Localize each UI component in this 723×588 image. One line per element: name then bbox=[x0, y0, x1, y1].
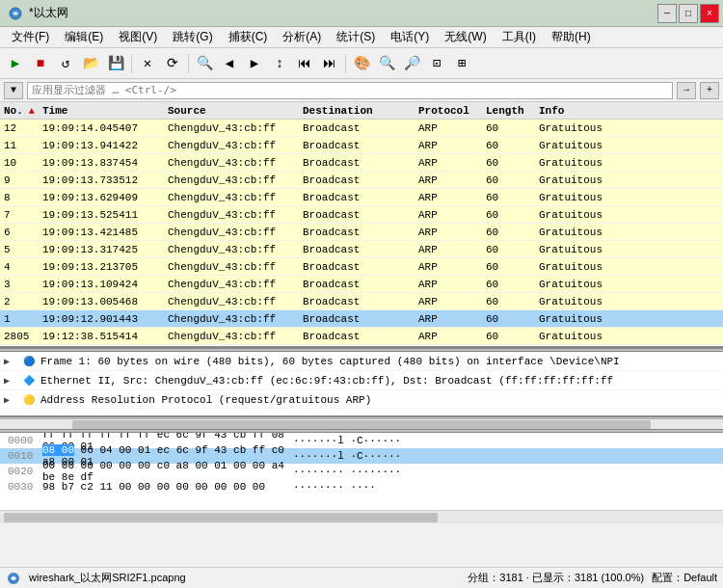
zoom-in-button[interactable]: 🔍 bbox=[375, 52, 398, 75]
menu-item[interactable]: 电话(Y) bbox=[383, 28, 437, 47]
cell-dest: Broadcast bbox=[299, 227, 415, 238]
cell-time: 19:09:13.421485 bbox=[39, 227, 164, 238]
cell-length: 60 bbox=[482, 140, 535, 151]
detail-row[interactable]: ▶🔷Ethernet II, Src: ChengduV_43:cb:ff (e… bbox=[0, 371, 723, 390]
cell-dest: Broadcast bbox=[299, 244, 415, 255]
packet-list[interactable]: No.▲ Time Source Destination Protocol Le… bbox=[0, 102, 723, 348]
cell-source: ChengduV_43:cb:ff bbox=[164, 331, 299, 342]
menu-item[interactable]: 帮助(H) bbox=[544, 28, 599, 47]
col-no: No.▲ bbox=[0, 105, 39, 117]
minimize-button[interactable]: ─ bbox=[657, 4, 677, 23]
table-row[interactable]: 119:09:12.901443ChengduV_43:cb:ffBroadca… bbox=[0, 310, 723, 328]
go-last-button[interactable]: ⏭ bbox=[318, 52, 341, 75]
cell-no: 2 bbox=[0, 296, 39, 307]
table-row[interactable]: 819:09:13.629409ChengduV_43:cb:ffBroadca… bbox=[0, 189, 723, 206]
table-row[interactable]: 1019:09:13.837454ChengduV_43:cb:ffBroadc… bbox=[0, 154, 723, 172]
menu-item[interactable]: 文件(F) bbox=[4, 28, 57, 47]
table-row[interactable]: 319:09:13.109424ChengduV_43:cb:ffBroadca… bbox=[0, 276, 723, 293]
detail-protocol-icon: 🔵 bbox=[21, 354, 37, 369]
cell-source: ChengduV_43:cb:ff bbox=[164, 140, 299, 151]
cell-protocol: ARP bbox=[415, 227, 482, 238]
start-capture-button[interactable]: ▶ bbox=[4, 52, 27, 75]
detail-row[interactable]: ▶🔵Frame 1: 60 bytes on wire (480 bits), … bbox=[0, 352, 723, 371]
cell-no: 11 bbox=[0, 140, 39, 151]
cell-length: 60 bbox=[482, 279, 535, 290]
cell-no: 10 bbox=[0, 157, 39, 169]
cell-no: 8 bbox=[0, 192, 39, 203]
find-button[interactable]: 🔍 bbox=[193, 52, 216, 75]
restart-button[interactable]: ↺ bbox=[54, 52, 77, 75]
maximize-button[interactable]: □ bbox=[679, 4, 698, 23]
menu-item[interactable]: 工具(I) bbox=[495, 28, 544, 47]
col-info: Info bbox=[535, 105, 723, 117]
cell-time: 19:09:13.629409 bbox=[39, 192, 164, 203]
table-row[interactable]: 219:09:13.005468ChengduV_43:cb:ffBroadca… bbox=[0, 293, 723, 310]
reload-button[interactable]: ⟳ bbox=[161, 52, 184, 75]
cell-info: Gratuitous bbox=[535, 261, 723, 273]
resize-columns-button[interactable]: ⊞ bbox=[450, 52, 473, 75]
go-to-button[interactable]: ↕ bbox=[268, 52, 291, 75]
cell-time: 19:09:13.109424 bbox=[39, 279, 164, 290]
table-row[interactable]: 419:09:13.213705ChengduV_43:cb:ffBroadca… bbox=[0, 258, 723, 276]
hex-view[interactable]: 0000ff ff ff ff ff ff ec 6c 9f 43 cb ff … bbox=[0, 433, 723, 510]
table-row[interactable]: 719:09:13.525411ChengduV_43:cb:ffBroadca… bbox=[0, 206, 723, 224]
menu-item[interactable]: 跳转(G) bbox=[165, 28, 220, 47]
close-file-button[interactable]: ✕ bbox=[136, 52, 159, 75]
zoom-reset-button[interactable]: ⊡ bbox=[425, 52, 448, 75]
cell-info: Gratuitous bbox=[535, 157, 723, 169]
col-time: Time bbox=[39, 105, 164, 117]
menu-item[interactable]: 统计(S) bbox=[329, 28, 383, 47]
menu-item[interactable]: 捕获(C) bbox=[221, 28, 276, 47]
table-row[interactable]: 280519:12:38.515414ChengduV_43:cb:ffBroa… bbox=[0, 328, 723, 345]
table-row[interactable]: 1219:09:14.045407ChengduV_43:cb:ffBroadc… bbox=[0, 120, 723, 137]
filter-plus-button[interactable]: + bbox=[700, 82, 719, 99]
cell-source: ChengduV_43:cb:ff bbox=[164, 244, 299, 255]
cell-dest: Broadcast bbox=[299, 261, 415, 273]
cell-no: 1 bbox=[0, 313, 39, 325]
status-bar: wireshark_以太网SRI2F1.pcapng 分组：3181 · 已显示… bbox=[0, 567, 723, 588]
cell-dest: Broadcast bbox=[299, 296, 415, 307]
separator-1 bbox=[131, 54, 132, 73]
menu-item[interactable]: 编辑(E) bbox=[57, 28, 111, 47]
detail-protocol-icon: 🟡 bbox=[21, 392, 37, 408]
stop-capture-button[interactable]: ■ bbox=[29, 52, 52, 75]
filter-input[interactable] bbox=[27, 82, 673, 99]
cell-protocol: ARP bbox=[415, 157, 482, 169]
toolbar: ▶ ■ ↺ 📂 💾 ✕ ⟳ 🔍 ◀ ▶ ↕ ⏮ ⏭ 🎨 🔍 🔎 ⊡ ⊞ bbox=[0, 48, 723, 79]
cell-source: ChengduV_43:cb:ff bbox=[164, 313, 299, 325]
packet-list-header: No.▲ Time Source Destination Protocol Le… bbox=[0, 102, 723, 120]
cell-info: Gratuitous bbox=[535, 209, 723, 221]
menu-item[interactable]: 视图(V) bbox=[111, 28, 165, 47]
hex-bytes: 00 00 00 00 00 00 c0 a8 00 01 00 00 a4 b… bbox=[42, 460, 293, 483]
close-button[interactable]: × bbox=[700, 4, 719, 23]
cell-protocol: ARP bbox=[415, 261, 482, 273]
zoom-out-button[interactable]: 🔎 bbox=[400, 52, 423, 75]
filter-bookmark-button[interactable]: ▼ bbox=[4, 82, 23, 99]
hex-offset: 0000 bbox=[8, 435, 42, 446]
go-first-button[interactable]: ⏮ bbox=[293, 52, 316, 75]
table-row[interactable]: 919:09:13.733512ChengduV_43:cb:ffBroadca… bbox=[0, 172, 723, 189]
cell-dest: Broadcast bbox=[299, 331, 415, 342]
table-row[interactable]: 519:09:13.317425ChengduV_43:cb:ffBroadca… bbox=[0, 241, 723, 258]
cell-length: 60 bbox=[482, 244, 535, 255]
filter-right-button[interactable]: → bbox=[677, 82, 696, 99]
save-button[interactable]: 💾 bbox=[104, 52, 127, 75]
table-row[interactable]: 1119:09:13.941422ChengduV_43:cb:ffBroadc… bbox=[0, 137, 723, 154]
go-forward-button[interactable]: ▶ bbox=[243, 52, 266, 75]
hex-row[interactable]: 002000 00 00 00 00 00 c0 a8 00 01 00 00 … bbox=[0, 464, 723, 479]
menu-item[interactable]: 分析(A) bbox=[275, 28, 329, 47]
go-back-button[interactable]: ◀ bbox=[218, 52, 241, 75]
detail-scrollbar[interactable] bbox=[0, 417, 723, 429]
cell-source: ChengduV_43:cb:ff bbox=[164, 261, 299, 273]
cell-no: 12 bbox=[0, 122, 39, 134]
detail-row[interactable]: ▶🟡Address Resolution Protocol (request/g… bbox=[0, 390, 723, 410]
packet-details[interactable]: ▶🔵Frame 1: 60 bytes on wire (480 bits), … bbox=[0, 352, 723, 417]
hex-row[interactable]: 003098 b7 c2 11 00 00 00 00 00 00 00 00 … bbox=[0, 479, 723, 494]
menu-item[interactable]: 无线(W) bbox=[437, 28, 494, 47]
open-button[interactable]: 📂 bbox=[79, 52, 102, 75]
table-row[interactable]: 619:09:13.421485ChengduV_43:cb:ffBroadca… bbox=[0, 224, 723, 241]
colorize-button[interactable]: 🎨 bbox=[350, 52, 373, 75]
cell-dest: Broadcast bbox=[299, 313, 415, 325]
cell-time: 19:09:13.005468 bbox=[39, 296, 164, 307]
bottom-scrollbar[interactable] bbox=[0, 510, 723, 523]
